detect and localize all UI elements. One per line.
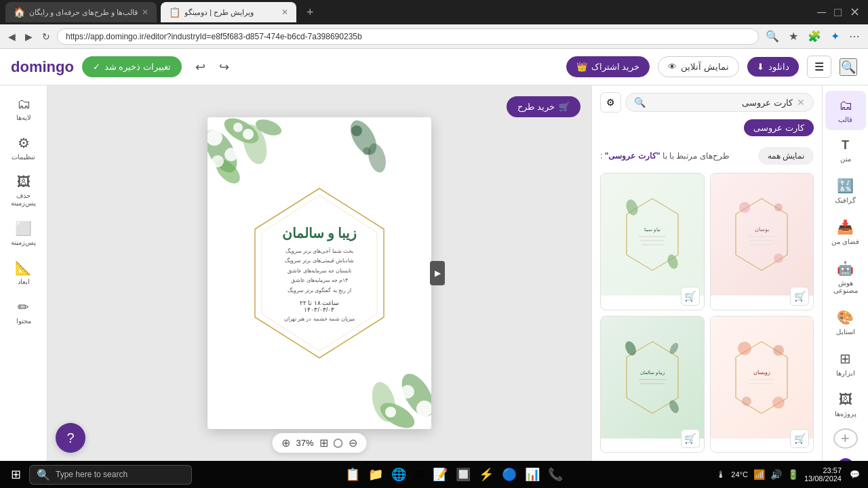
template-card-2[interactable]: بوسان 🛒 — [710, 173, 814, 310]
right-tool-tools[interactable]: ⊞ ابزارها — [825, 344, 866, 384]
dimensions-label: ابعاد — [18, 278, 30, 285]
template-1-buy-badge[interactable]: 🛒 — [681, 287, 700, 306]
template-4-buy-badge[interactable]: 🛒 — [790, 429, 809, 448]
tray-battery-icon: 🔋 — [787, 469, 799, 480]
myspace-label: فضای من — [831, 238, 859, 245]
left-tool-background[interactable]: ⬜ پس‌زمینه — [3, 215, 44, 251]
fit-screen-button[interactable]: ⊞ — [319, 436, 328, 449]
text-icon: T — [842, 138, 849, 152]
svg-point-1 — [220, 117, 262, 148]
svg-point-2 — [239, 122, 271, 167]
template-card-3[interactable]: زیبا و سالمان 🛒 — [600, 316, 705, 453]
taskbar-app-8[interactable]: 🔵 — [499, 464, 519, 485]
address-input[interactable] — [57, 28, 759, 45]
taskbar-app-9[interactable]: 📊 — [522, 464, 542, 485]
taskbar-app-4[interactable]: ✉ — [412, 464, 427, 485]
new-tab-button[interactable]: + — [300, 3, 319, 22]
canvas-card[interactable]: زیبا و سالمان بخت شما آجی‌های برتر سرویگ… — [208, 117, 431, 429]
templates-icon: 🗂 — [839, 98, 852, 113]
tab-2-close[interactable]: ✕ — [281, 7, 288, 17]
projects-label: پروژه‌ها — [835, 410, 856, 418]
undo-button[interactable]: ↩ — [190, 57, 211, 77]
right-tool-graphics[interactable]: 🔣 گرافیک — [825, 171, 866, 211]
template-card-1[interactable]: نیا و سینا 🛒 — [600, 173, 705, 310]
zoom-out-button[interactable]: ⊖ — [349, 436, 357, 449]
buy-design-button[interactable]: 🛒 خرید طرح — [507, 96, 580, 117]
menu-icon[interactable]: ⋯ — [846, 27, 863, 45]
taskbar-app-7[interactable]: ⚡ — [476, 464, 496, 485]
filter-button[interactable]: ⚙ — [600, 92, 621, 113]
save-button[interactable]: ✓ تغییرات ذخیره شد — [82, 56, 182, 77]
taskbar-app-1[interactable]: 📋 — [342, 464, 363, 485]
tab-1-close[interactable]: ✕ — [142, 7, 149, 17]
svg-point-18 — [351, 125, 362, 136]
header-search-button[interactable]: 🔍 — [840, 58, 857, 76]
close-button[interactable]: ✕ — [847, 2, 863, 22]
tab-2-label: ویرایش طرح | دومینگو — [184, 8, 277, 17]
taskbar-app-6[interactable]: 🔲 — [453, 464, 473, 485]
download-button[interactable]: ⬇ دانلود — [747, 57, 799, 77]
template-card-4[interactable]: زو‌بسان 🛒 — [710, 316, 814, 453]
active-tag[interactable]: کارت عروسی — [744, 119, 814, 136]
layers-icon: 🗂 — [17, 96, 31, 112]
taskbar-search[interactable]: 🔍 Type here to search — [29, 465, 192, 485]
back-button[interactable]: ◀ — [5, 28, 18, 45]
help-button[interactable]: ? — [56, 423, 85, 453]
show-desktop-button[interactable]: 💬 — [847, 467, 863, 482]
left-tool-content[interactable]: ✏ محتوا — [3, 293, 44, 330]
template-2-buy-badge[interactable]: 🛒 — [790, 287, 809, 306]
right-tool-style[interactable]: 🎨 استایل — [825, 302, 866, 342]
left-tool-settings[interactable]: ⚙ تنظیمات — [3, 129, 44, 166]
maximize-button[interactable]: □ — [831, 3, 844, 22]
taskbar-app-5[interactable]: 📝 — [430, 464, 450, 485]
preview-button[interactable]: 👁 نمایش آنلاین — [658, 56, 739, 77]
right-tool-myspace[interactable]: 📥 فضای من — [825, 212, 866, 252]
colon: : — [600, 151, 602, 161]
panel-search-area: ⚙ ✕ 🔍 — [592, 85, 822, 119]
template-search-input[interactable] — [650, 98, 793, 108]
template-card-4-image: زو‌بسان — [711, 317, 814, 439]
left-tool-layers[interactable]: 🗂 لایه‌ها — [3, 91, 44, 127]
zoom-in-button[interactable]: ⊕ — [281, 436, 290, 449]
graphics-label: گرافیک — [835, 197, 856, 204]
extensions-icon[interactable]: 🧩 — [805, 27, 824, 45]
tab-2[interactable]: 📋 ویرایش طرح | دومینگو ✕ — [161, 2, 296, 22]
svg-point-35 — [774, 253, 783, 263]
star-icon[interactable]: ★ — [786, 27, 801, 45]
svg-point-8 — [212, 155, 224, 167]
buy-subscription-button[interactable]: 👑 خرید اشتراک — [566, 56, 650, 77]
right-tool-account[interactable]: م — [825, 451, 866, 461]
start-button[interactable]: ⊞ — [5, 464, 26, 485]
add-tool-button[interactable]: + — [833, 428, 858, 449]
card-date: ساعت ۱۸ تا ۲۲ ۱۴۰۳/۰۳/۰۳ — [258, 299, 380, 312]
remove-bg-label: حذف پس‌زمینه — [7, 192, 40, 207]
left-tool-remove-bg[interactable]: 🖼 حذف پس‌زمینه — [3, 169, 44, 212]
canvas-expand-button[interactable]: ▶ — [430, 261, 445, 285]
left-tool-dimensions[interactable]: 📐 ابعاد — [3, 254, 44, 291]
refresh-button[interactable]: ↻ — [39, 28, 53, 45]
template-3-buy-badge[interactable]: 🛒 — [681, 429, 700, 448]
search-clear-icon[interactable]: ✕ — [797, 97, 805, 108]
canvas-wrapper: زیبا و سالمان بخت شما آجی‌های برتر سرویگ… — [208, 117, 431, 429]
svg-point-51 — [742, 396, 751, 406]
tools-icon: ⊞ — [840, 350, 851, 367]
show-all-button[interactable]: نمایش همه — [758, 147, 814, 165]
redo-button[interactable]: ↪ — [214, 57, 235, 77]
related-label: طرح‌های مرتبط با — [669, 151, 730, 161]
taskbar-app-3[interactable]: 🌐 — [389, 464, 409, 485]
right-tool-ai[interactable]: 🤖 هوش مصنوعی — [825, 253, 866, 301]
bing-icon[interactable]: 🔍 — [763, 27, 782, 45]
tools-label: ابزارها — [836, 369, 855, 377]
right-tool-templates[interactable]: 🗂 قالب — [825, 91, 866, 130]
taskbar-app-2[interactable]: 📁 — [366, 464, 386, 485]
copilot-icon[interactable]: ✦ — [828, 27, 842, 45]
svg-point-15 — [385, 407, 396, 418]
right-tool-projects[interactable]: 🖼 پروژه‌ها — [825, 385, 866, 424]
tab-1[interactable]: 🏠 قالب‌ها و طرح‌های حرفه‌ای و رایگان ✕ — [5, 2, 157, 22]
app-menu-button[interactable]: ☰ — [807, 56, 831, 78]
minimize-button[interactable]: ─ — [814, 3, 829, 22]
svg-point-9 — [233, 123, 243, 132]
right-tool-text[interactable]: T متن — [825, 131, 866, 169]
forward-button[interactable]: ▶ — [22, 28, 35, 45]
taskbar-app-10[interactable]: 📞 — [545, 464, 566, 485]
